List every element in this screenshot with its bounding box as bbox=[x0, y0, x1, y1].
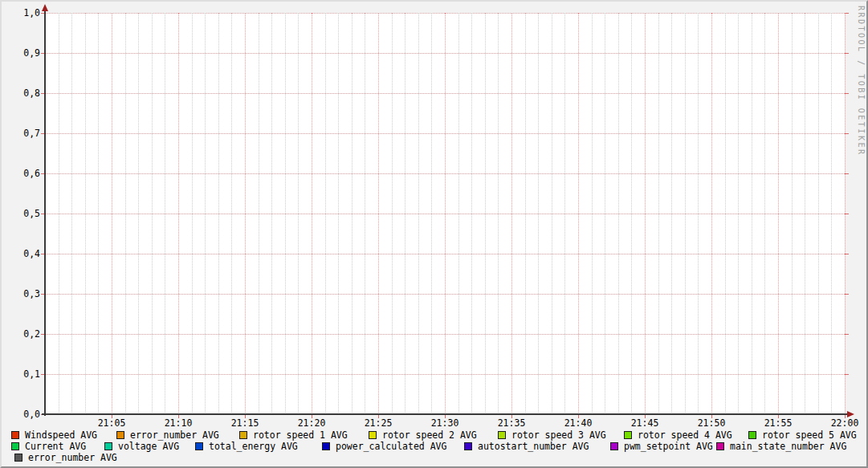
gridline-minor-v bbox=[431, 13, 432, 414]
gridline-minor-v bbox=[564, 13, 565, 414]
gridline-minor-v bbox=[298, 13, 299, 414]
gridline-minor-v bbox=[552, 13, 552, 414]
gridline-minor-v bbox=[59, 13, 59, 414]
gridline-minor-v bbox=[818, 13, 819, 414]
x-axis-label: 22:00 bbox=[822, 418, 867, 429]
gridline-minor-v bbox=[605, 13, 605, 414]
gridline-minor-v bbox=[165, 13, 165, 414]
legend-label: rotor speed 2 AVG bbox=[382, 430, 477, 441]
gridline-minor-v bbox=[631, 13, 632, 414]
gridline-minor-v bbox=[792, 13, 793, 414]
gridline-minor-v bbox=[71, 13, 72, 414]
gridline-minor-v bbox=[618, 13, 619, 414]
legend-swatch bbox=[239, 431, 247, 439]
legend-label: error_number AVG bbox=[130, 430, 219, 441]
y-axis-label: 0,6 bbox=[6, 168, 40, 179]
x-axis-label: 21:30 bbox=[422, 418, 467, 429]
legend-label: main_state_number AVG bbox=[730, 442, 846, 452]
gridline-major-v bbox=[445, 13, 446, 414]
x-axis-line bbox=[42, 413, 848, 415]
y-axis-label: 0,5 bbox=[6, 208, 40, 219]
gridline-minor-v bbox=[752, 13, 752, 414]
gridline-major-v bbox=[845, 13, 846, 414]
gridline-minor-v bbox=[205, 13, 206, 414]
gridline-major-v bbox=[645, 13, 646, 414]
legend-label: rotor speed 5 AVG bbox=[762, 430, 857, 441]
y-axis-label: 0,2 bbox=[6, 328, 40, 340]
gridline-minor-v bbox=[671, 13, 672, 414]
gridline-minor-v bbox=[738, 13, 739, 414]
legend-label: total_energy AVG bbox=[209, 442, 298, 452]
rrdtool-graph: 1,00,90,80,70,60,50,40,30,20,10,021:0521… bbox=[0, 0, 868, 468]
gridline-minor-v bbox=[365, 13, 365, 414]
x-axis-label: 21:45 bbox=[622, 418, 667, 429]
x-axis-arrow-icon bbox=[847, 411, 854, 417]
legend-swatch bbox=[322, 442, 330, 450]
legend-label: pwm_setpoint AVG bbox=[624, 442, 713, 452]
legend-swatch bbox=[464, 442, 472, 450]
x-axis-label: 21:15 bbox=[222, 418, 267, 429]
gridline-minor-v bbox=[764, 13, 765, 414]
gridline-major-v bbox=[312, 13, 312, 414]
watermark: RRDTOOL / TOBI OETIKER bbox=[857, 6, 866, 156]
legend-label: error_number AVG bbox=[28, 453, 117, 463]
gridline-minor-v bbox=[338, 13, 339, 414]
legend-swatch bbox=[104, 442, 112, 450]
legend-swatch bbox=[369, 431, 377, 439]
gridline-minor-v bbox=[725, 13, 726, 414]
legend-label: autostart_number AVG bbox=[478, 442, 589, 452]
y-axis-label: 0,0 bbox=[6, 409, 40, 420]
gridline-minor-v bbox=[685, 13, 686, 414]
x-axis-label: 21:50 bbox=[689, 418, 734, 429]
gridline-minor-v bbox=[538, 13, 539, 414]
gridline-major-v bbox=[578, 13, 579, 414]
legend-label: power_calculated AVG bbox=[336, 442, 446, 452]
x-axis-label: 21:10 bbox=[156, 418, 201, 429]
gridline-minor-v bbox=[418, 13, 419, 414]
legend-label: rotor speed 1 AVG bbox=[253, 430, 348, 441]
gridline-major-v bbox=[112, 13, 112, 414]
gridline-minor-v bbox=[271, 13, 272, 414]
y-axis-arrow-icon bbox=[42, 4, 48, 11]
gridline-minor-v bbox=[831, 13, 832, 414]
y-axis-label: 0,8 bbox=[6, 87, 40, 99]
legend-swatch bbox=[11, 442, 19, 450]
gridline-major-v bbox=[378, 13, 379, 414]
legend-label: voltage AVG bbox=[118, 442, 179, 452]
y-axis-label: 1,0 bbox=[6, 7, 40, 18]
y-axis-label: 0,1 bbox=[6, 368, 40, 380]
gridline-minor-v bbox=[192, 13, 193, 414]
y-axis-label: 0,7 bbox=[6, 128, 40, 139]
gridline-minor-v bbox=[458, 13, 459, 414]
gridline-minor-v bbox=[285, 13, 286, 414]
gridline-minor-v bbox=[152, 13, 153, 414]
gridline-minor-v bbox=[352, 13, 352, 414]
legend-swatch bbox=[748, 431, 756, 439]
gridline-minor-v bbox=[85, 13, 86, 414]
legend-label: Windspeed AVG bbox=[25, 430, 97, 441]
legend-swatch bbox=[14, 454, 22, 462]
gridline-minor-v bbox=[218, 13, 219, 414]
y-axis-label: 0,9 bbox=[6, 47, 40, 59]
gridline-minor-v bbox=[325, 13, 326, 414]
legend-label: rotor speed 3 AVG bbox=[511, 430, 606, 441]
gridline-minor-v bbox=[525, 13, 526, 414]
gridline-minor-v bbox=[405, 13, 405, 414]
legend-swatch bbox=[624, 431, 632, 439]
legend-label: rotor speed 4 AVG bbox=[638, 430, 732, 441]
gridline-minor-v bbox=[498, 13, 499, 414]
gridline-major-v bbox=[245, 13, 246, 414]
legend-swatch bbox=[195, 442, 203, 450]
y-axis-label: 0,4 bbox=[6, 248, 40, 259]
legend-swatch bbox=[610, 442, 618, 450]
gridline-minor-v bbox=[392, 13, 393, 414]
gridline-minor-v bbox=[98, 13, 99, 414]
gridline-minor-v bbox=[658, 13, 659, 414]
x-axis-label: 21:40 bbox=[556, 418, 601, 429]
gridline-minor-v bbox=[125, 13, 126, 414]
gridline-minor-v bbox=[231, 13, 232, 414]
y-axis-line bbox=[44, 10, 46, 416]
gridline-major-v bbox=[711, 13, 712, 414]
gridline-minor-v bbox=[592, 13, 593, 414]
legend-swatch bbox=[116, 431, 124, 439]
